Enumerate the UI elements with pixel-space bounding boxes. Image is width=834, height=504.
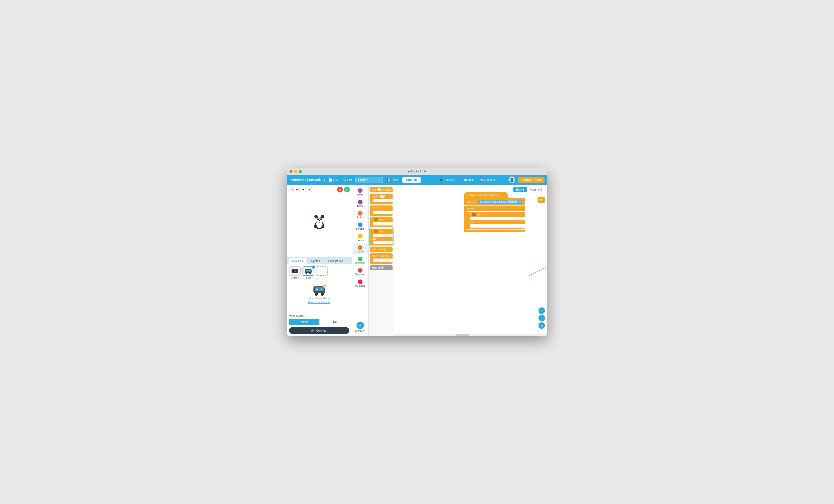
courses-icon: 🎓 bbox=[439, 178, 443, 181]
myblocks-dot bbox=[358, 280, 363, 284]
cat-item-control[interactable]: Control bbox=[353, 244, 368, 254]
block-wait[interactable]: wait 1 seconds bbox=[370, 187, 393, 192]
save-icon: 💾 bbox=[387, 178, 391, 182]
maximize-button[interactable] bbox=[299, 170, 302, 173]
cat-item-myblocks[interactable]: My Blocks bbox=[353, 278, 368, 288]
user-avatar[interactable]: 👤 bbox=[508, 176, 515, 183]
block-if-else[interactable]: if then else bbox=[370, 229, 393, 245]
window-controls bbox=[289, 170, 302, 173]
horizontal-scrollbar[interactable] bbox=[394, 334, 547, 336]
svg-point-9 bbox=[317, 218, 318, 219]
stop-label: stop bbox=[372, 266, 377, 269]
device-close-mbot[interactable]: × bbox=[312, 265, 315, 269]
menu-edit[interactable]: ✏️ Edit bbox=[341, 177, 353, 183]
menubar: makeblock | mBlock | 📄 File ✏️ Edit 💾 Sa… bbox=[287, 175, 547, 185]
menu-tutorials[interactable]: 📚 Tutorials bbox=[458, 177, 476, 182]
brand-logo: makeblock | mBlock bbox=[289, 178, 321, 182]
panda-sprite bbox=[310, 212, 329, 230]
python-editor-button[interactable]: Python Editor bbox=[518, 177, 545, 183]
live-mode-button[interactable]: Live bbox=[319, 319, 350, 325]
forever-script-label: forever bbox=[466, 207, 475, 210]
block-stop[interactable]: stop all ▾ bbox=[370, 265, 393, 270]
minimize-button[interactable] bbox=[294, 170, 297, 173]
extension-button[interactable]: + extension bbox=[355, 320, 365, 334]
tab-sprites[interactable]: Sprites bbox=[307, 258, 324, 264]
connect-button[interactable]: 🔗 Connect bbox=[289, 327, 349, 334]
stage-expand-button[interactable]: ⬜ bbox=[288, 187, 294, 192]
cat-item-variables[interactable]: Variables bbox=[353, 267, 368, 277]
upload-mode-button[interactable]: Upload bbox=[289, 319, 319, 325]
zoom-out-button[interactable]: - bbox=[539, 315, 545, 321]
block-wait-until[interactable]: wait until bbox=[370, 247, 393, 252]
menu-courses[interactable]: 🎓 Courses bbox=[438, 177, 455, 182]
cat-item-operators[interactable]: Operators bbox=[353, 255, 368, 266]
tutorials-icon: 📚 bbox=[459, 178, 463, 181]
tab-background[interactable]: Background bbox=[325, 258, 347, 264]
zoom-in-icon: + bbox=[541, 309, 543, 312]
menu-more[interactable]: ... bbox=[501, 177, 506, 182]
stage-grid3-button[interactable]: ⊠ bbox=[307, 187, 312, 192]
project-title-input[interactable] bbox=[355, 177, 383, 183]
block-repeat-until[interactable]: repeat until ↩ bbox=[370, 254, 393, 264]
code-tag-button[interactable]: </> bbox=[537, 197, 545, 203]
canvas-tabs: Blocks Arduino C bbox=[513, 187, 546, 193]
cat-label-sensing: Sensing bbox=[356, 227, 364, 230]
block-repeat[interactable]: repeat 10 ↩ bbox=[370, 194, 393, 204]
seconds-label: seconds bbox=[382, 188, 391, 191]
tab-devices[interactable]: Devices bbox=[288, 258, 306, 264]
hat-block[interactable]: when mBot(mcore) starts up bbox=[464, 192, 508, 198]
devices-panel: CyberPi × bbox=[287, 264, 352, 336]
cat-label-operators: Operators bbox=[355, 262, 365, 264]
device-item-mbot[interactable]: × mBot bbox=[303, 266, 314, 279]
zoom-in-button[interactable]: + bbox=[539, 307, 545, 314]
cat-item-sensing[interactable]: Sensing bbox=[353, 221, 368, 232]
how-to-link[interactable]: How to use device? bbox=[308, 301, 330, 304]
close-button[interactable] bbox=[289, 170, 292, 173]
mode-buttons: Upload Live bbox=[289, 319, 349, 325]
button-state-dropdown[interactable]: pressed ▾ bbox=[506, 200, 519, 203]
cat-label-looks: Looks bbox=[357, 193, 363, 196]
zoom-controls: + - ⊙ bbox=[539, 307, 545, 329]
cat-item-show[interactable]: Show bbox=[353, 198, 368, 209]
save-button[interactable]: 💾 Save bbox=[385, 177, 400, 183]
repeat-label: repeat bbox=[372, 195, 379, 198]
blocks-palette: wait 1 seconds repeat 10 ↩ bbox=[369, 185, 394, 336]
tab-arduino[interactable]: Arduino C bbox=[527, 187, 545, 192]
stage-grid2-button[interactable]: ⊟ bbox=[301, 187, 306, 192]
device-label-mbot: mBot bbox=[306, 277, 311, 279]
ifelse-else-label: else bbox=[372, 237, 376, 240]
svg-point-27 bbox=[321, 292, 324, 296]
cat-label-events: Events bbox=[356, 239, 364, 242]
block-if-then[interactable]: if then bbox=[370, 217, 393, 227]
tab-blocks[interactable]: Blocks bbox=[513, 187, 527, 192]
add-device-button[interactable]: + bbox=[316, 266, 328, 276]
wait-until-block[interactable]: wait until when on-board button pressed … bbox=[464, 198, 525, 205]
menu-feedback[interactable]: 💬 Feedback bbox=[479, 177, 498, 182]
cat-item-events[interactable]: Events bbox=[353, 233, 368, 243]
svg-point-29 bbox=[316, 288, 317, 290]
publish-button[interactable]: Publish bbox=[402, 177, 421, 183]
device-item-cyberpi[interactable]: CyberPi bbox=[289, 266, 301, 279]
if-then-block[interactable]: if then else bbox=[467, 212, 525, 229]
svg-point-20 bbox=[306, 272, 307, 274]
repeatuntil-label: repeat until bbox=[372, 255, 385, 257]
window-title: mBlock v5.4.0 bbox=[408, 170, 425, 173]
waituntil-slot bbox=[383, 248, 387, 250]
zoom-reset-button[interactable]: ⊙ bbox=[539, 322, 545, 329]
stage-grid1-button[interactable]: ⊞ bbox=[294, 187, 300, 192]
menu-file[interactable]: 📄 File bbox=[327, 177, 339, 183]
cat-item-looks[interactable]: Looks bbox=[353, 187, 368, 197]
add-device-item[interactable]: + + bbox=[316, 266, 328, 279]
waituntil-label: wait until bbox=[372, 248, 382, 251]
forever-block[interactable]: forever if then bbox=[464, 206, 525, 232]
svg-point-32 bbox=[324, 285, 325, 287]
info-icon: ⓘ bbox=[305, 314, 307, 317]
extension-icon: + bbox=[356, 322, 364, 329]
svg-point-26 bbox=[315, 292, 318, 296]
cat-item-action[interactable]: Action bbox=[353, 210, 368, 220]
block-forever[interactable]: forever ↩ bbox=[370, 205, 393, 216]
go-button[interactable]: ▶ bbox=[344, 187, 350, 193]
stop-button[interactable]: ■ bbox=[337, 187, 343, 193]
button-condition-block: when on-board button pressed ▾ ? bbox=[478, 200, 522, 204]
wait-badge: 1 bbox=[377, 188, 381, 191]
